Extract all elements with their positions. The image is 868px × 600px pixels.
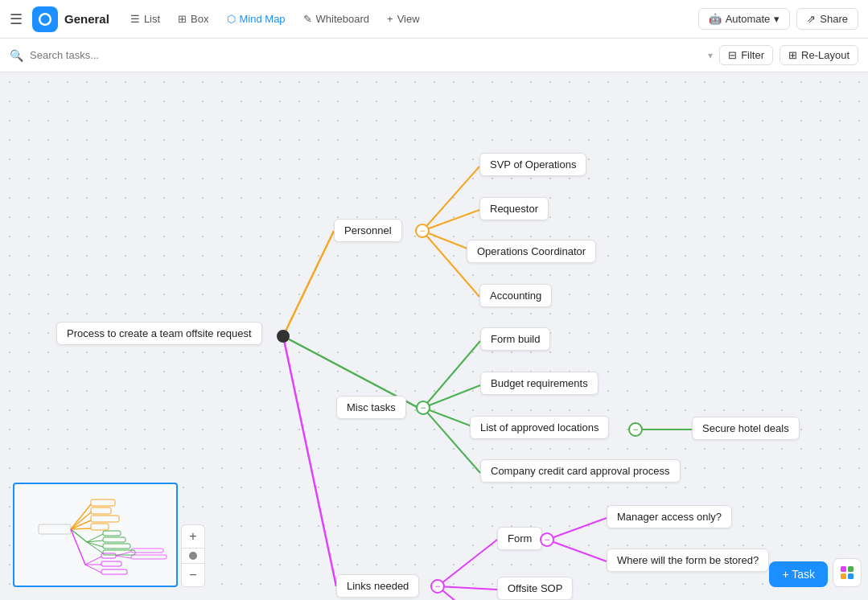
svg-line-1 [71, 504, 91, 529]
svg-rect-29 [841, 566, 846, 572]
add-view-icon: + [387, 13, 393, 25]
links-needed-node[interactable]: Links needed [336, 574, 419, 598]
app-logo [32, 6, 58, 32]
svg-rect-30 [848, 566, 854, 572]
share-button[interactable]: ⇗ Share [796, 8, 858, 30]
header-actions: 🤖 Automate ▾ ⇗ Share [698, 8, 858, 30]
automate-dropdown-icon: ▾ [774, 13, 780, 25]
search-icon: 🔍 [10, 49, 23, 62]
search-bar: 🔍 ▾ ⊟ Filter ⊞ Re-Layout [0, 39, 868, 72]
svg-rect-15 [103, 537, 125, 542]
svg-line-12 [87, 542, 103, 547]
search-right-actions: ⊟ Filter ⊞ Re-Layout [719, 45, 858, 65]
manager-access-node[interactable]: Manager access only? [607, 505, 732, 528]
root-node[interactable]: Process to create a team offsite request [56, 322, 262, 345]
mindmap-canvas: Process to create a team offsite request… [0, 72, 868, 600]
svg-rect-23 [101, 561, 121, 566]
tab-box[interactable]: ⊞ Box [170, 9, 216, 29]
grid-view-button[interactable] [833, 558, 862, 587]
svg-rect-32 [848, 573, 854, 579]
tab-view[interactable]: + View [379, 9, 428, 29]
form-node[interactable]: Form [497, 527, 542, 550]
secure-hotel-deals-node[interactable]: Secure hotel deals [692, 417, 800, 440]
svg-rect-16 [103, 544, 130, 549]
svg-line-2 [71, 512, 91, 529]
misc-tasks-connector: − [416, 401, 430, 415]
svg-line-21 [85, 565, 101, 573]
svg-rect-5 [91, 499, 115, 506]
approved-locations-node[interactable]: List of approved locations [470, 416, 609, 439]
add-task-button[interactable]: + Task [769, 561, 828, 587]
svg-rect-24 [101, 569, 127, 574]
svg-line-19 [85, 557, 101, 565]
accounting-node[interactable]: Accounting [479, 284, 552, 307]
box-icon: ⊞ [178, 13, 187, 25]
menu-icon[interactable]: ☰ [10, 10, 23, 28]
svg-line-26 [116, 556, 131, 558]
workspace-title: General [64, 12, 109, 26]
automate-button[interactable]: 🤖 Automate ▾ [698, 8, 791, 30]
links-needed-connector: − [430, 579, 445, 594]
root-connector [277, 330, 290, 343]
automate-icon: 🤖 [709, 13, 722, 25]
svg-line-13 [87, 542, 103, 553]
zoom-out-button[interactable]: − [182, 564, 204, 586]
misc-tasks-node[interactable]: Misc tasks [336, 396, 406, 419]
list-icon: ☰ [130, 13, 140, 25]
requestor-node[interactable]: Requestor [479, 197, 549, 220]
relayout-icon: ⊞ [788, 49, 797, 61]
svg-rect-7 [91, 516, 119, 522]
svg-rect-31 [841, 573, 846, 579]
credit-card-approval-node[interactable]: Company credit card approval process [480, 459, 681, 483]
tab-list[interactable]: ☰ List [122, 9, 168, 29]
svg-rect-6 [91, 508, 111, 514]
filter-button[interactable]: ⊟ Filter [719, 45, 773, 65]
tab-mindmap[interactable]: ⬡ Mind Map [219, 9, 294, 29]
zoom-in-button[interactable]: + [182, 525, 204, 548]
svg-rect-17 [103, 550, 135, 555]
nav-tabs: ☰ List ⊞ Box ⬡ Mind Map ✎ Whiteboard + V… [122, 9, 692, 29]
zoom-divider [182, 548, 204, 549]
budget-requirements-node[interactable]: Budget requirements [480, 372, 599, 395]
search-dropdown-icon[interactable]: ▾ [708, 50, 713, 61]
svg-rect-27 [131, 549, 163, 553]
svg-rect-28 [131, 555, 167, 559]
personnel-node[interactable]: Personnel [334, 219, 402, 242]
share-icon: ⇗ [807, 13, 816, 25]
form-connector: − [540, 532, 554, 547]
svg-rect-0 [39, 524, 71, 534]
zoom-indicator [189, 552, 197, 560]
filter-icon: ⊟ [728, 49, 737, 61]
svp-operations-node[interactable]: SVP of Operations [479, 153, 586, 176]
personnel-connector: − [415, 224, 430, 238]
mindmap-icon: ⬡ [227, 13, 236, 25]
zoom-controls: + − [181, 524, 205, 587]
svg-rect-8 [91, 524, 109, 530]
offsite-sop-node[interactable]: Offsite SOP [497, 577, 573, 600]
form-build-node[interactable]: Form build [480, 327, 550, 351]
search-input[interactable] [30, 49, 701, 61]
minimap [13, 483, 178, 587]
tab-whiteboard[interactable]: ✎ Whiteboard [295, 9, 377, 29]
whiteboard-icon: ✎ [303, 13, 312, 25]
relayout-button[interactable]: ⊞ Re-Layout [780, 45, 858, 65]
form-stored-node[interactable]: Where will the form be stored? [607, 549, 769, 572]
svg-rect-14 [103, 531, 121, 536]
operations-coordinator-node[interactable]: Operations Coordinator [467, 240, 596, 263]
approved-locations-connector: − [628, 422, 643, 437]
grid-icon [840, 565, 854, 580]
svg-line-4 [71, 528, 91, 529]
header: ☰ General ☰ List ⊞ Box ⬡ Mind Map ✎ Whit… [0, 0, 868, 39]
